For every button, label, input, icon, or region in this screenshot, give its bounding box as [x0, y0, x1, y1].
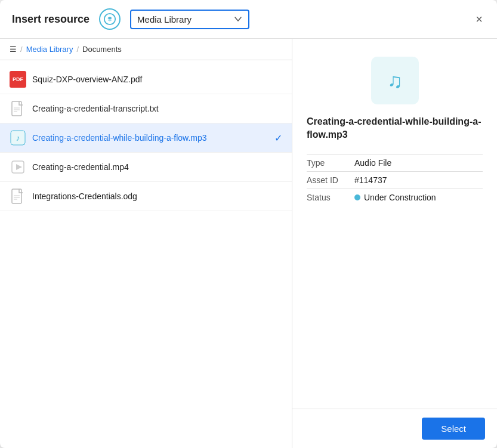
menu-icon[interactable]: ☰ [10, 45, 17, 54]
svg-rect-1 [12, 101, 21, 116]
dialog-header: Insert resource Media Library × [0, 0, 497, 39]
select-button[interactable]: Select [422, 418, 485, 440]
odg-icon [10, 188, 26, 205]
txt-icon [10, 100, 26, 117]
breadcrumb-sep-1: / [20, 45, 23, 54]
pdf-icon: PDF [10, 71, 26, 88]
check-icon: ✓ [274, 132, 282, 144]
file-list: PDF Squiz-DXP-overview-ANZ.pdf [0, 60, 292, 448]
type-value: Audio File [354, 158, 483, 168]
asset-meta: Type Audio File Asset ID #114737 Status … [307, 154, 483, 206]
meta-type-row: Type Audio File [307, 154, 483, 171]
meta-assetid-row: Asset ID #114737 [307, 171, 483, 189]
mp4-icon [10, 159, 26, 175]
breadcrumb: ☰ / Media Library / Documents [0, 39, 292, 60]
list-item[interactable]: Integrations-Credentials.odg [0, 182, 292, 211]
left-panel: ☰ / Media Library / Documents PDF Squiz-… [0, 39, 292, 448]
status-value: Under Construction [354, 193, 483, 202]
close-button[interactable]: × [473, 11, 485, 27]
assetid-value: #114737 [354, 175, 483, 185]
dropdown-label: Media Library [137, 14, 229, 24]
file-name: Creating-a-credential.mp4 [32, 162, 282, 172]
asset-preview: ♫ Creating-a-credential-while-building-a… [307, 57, 483, 206]
file-name: Integrations-Credentials.odg [32, 191, 282, 201]
breadcrumb-sep-2: / [76, 45, 79, 54]
svg-rect-9 [12, 189, 21, 203]
right-panel-content: ♫ Creating-a-credential-while-building-a… [292, 39, 497, 409]
source-dropdown[interactable]: Media Library [130, 10, 249, 29]
assetid-label: Asset ID [307, 175, 354, 185]
audio-file-icon: ♫ [381, 66, 409, 95]
list-item[interactable]: Creating-a-credential-transcript.txt [0, 94, 292, 123]
svg-text:♫: ♫ [387, 69, 403, 92]
right-panel-footer: Select [292, 409, 497, 448]
svg-text:♪: ♪ [16, 133, 20, 143]
squiz-logo [99, 8, 121, 30]
file-name: Creating-a-credential-transcript.txt [32, 104, 282, 113]
asset-icon-box: ♫ [371, 57, 419, 104]
list-item[interactable]: PDF Squiz-DXP-overview-ANZ.pdf [0, 65, 292, 94]
mp3-icon: ♪ [10, 129, 26, 146]
dialog-title: Insert resource [12, 13, 89, 26]
chevron-down-icon [234, 15, 242, 23]
list-item[interactable]: Creating-a-credential.mp4 [0, 153, 292, 182]
list-item[interactable]: ♪ Creating-a-credential-while-building-a… [0, 123, 292, 153]
breadcrumb-documents: Documents [82, 45, 122, 54]
right-panel: ♫ Creating-a-credential-while-building-a… [292, 39, 497, 448]
file-name: Creating-a-credential-while-building-a-f… [32, 133, 268, 143]
status-dot [354, 194, 360, 200]
asset-name: Creating-a-credential-while-building-a-f… [307, 115, 483, 142]
type-label: Type [307, 158, 354, 168]
file-name: Squiz-DXP-overview-ANZ.pdf [32, 75, 282, 84]
status-text: Under Construction [364, 193, 436, 202]
insert-resource-dialog: Insert resource Media Library × ☰ / Medi… [0, 0, 497, 448]
dialog-body: ☰ / Media Library / Documents PDF Squiz-… [0, 39, 497, 448]
status-label: Status [307, 193, 354, 202]
breadcrumb-media-library[interactable]: Media Library [26, 45, 73, 54]
meta-status-row: Status Under Construction [307, 189, 483, 206]
